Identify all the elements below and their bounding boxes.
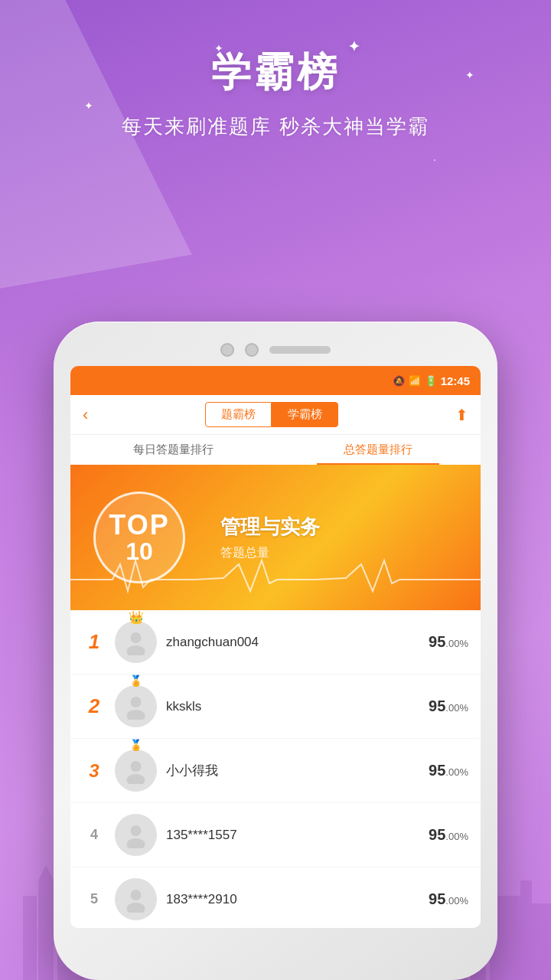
svg-marker-9: [38, 865, 54, 880]
score-value-1: 95: [429, 633, 445, 650]
score-value-2: 95: [429, 697, 445, 714]
top-circle: TOP 10: [93, 492, 185, 583]
header-area: ✦ ✦ · ✦ 学霸榜 每天来刷准题库 秒杀大神当学霸: [0, 0, 551, 140]
banner-info: 管理与实务 答题总量: [208, 501, 481, 573]
svg-point-16: [131, 825, 142, 836]
page-title: 学霸榜: [211, 46, 340, 100]
score-value-4: 95: [429, 826, 445, 843]
svg-point-12: [131, 697, 142, 707]
star-decoration-3: ·: [433, 153, 436, 165]
status-time: 12:45: [441, 374, 470, 387]
svg-point-14: [131, 761, 142, 772]
leaderboard: 1 👑 zhangchuan004 95.00% 2: [70, 610, 481, 928]
rank-name-5: 183****2910: [166, 892, 429, 907]
score-decimal-1: .00: [445, 638, 459, 649]
top-label: TOP: [109, 511, 169, 539]
page-subtitle: 每天来刷准题库 秒杀大神当学霸: [0, 113, 551, 140]
rank-name-3: 小小得我: [166, 762, 429, 779]
rank-badge-3: 🏅: [115, 750, 157, 792]
rank-item-3: 3 🏅 小小得我 95.00%: [70, 739, 481, 803]
svg-point-11: [127, 645, 145, 655]
rank-number-3: 3: [83, 760, 106, 782]
score-value-5: 95: [429, 890, 445, 907]
rank-number-4: 4: [83, 827, 106, 843]
rank-name-2: kkskls: [166, 699, 429, 714]
rank-number-2: 2: [83, 694, 106, 718]
rank-score-3: 95.00%: [429, 762, 468, 779]
rank-score-2: 95.00%: [429, 697, 468, 715]
svg-point-10: [131, 632, 142, 643]
rank-item-1: 1 👑 zhangchuan004 95.00%: [70, 610, 481, 675]
avatar-3: [115, 750, 157, 792]
avatar-1: [115, 621, 157, 663]
crown-icon-1: 👑: [129, 610, 144, 625]
banner-top10-area: TOP 10: [70, 465, 208, 610]
svg-rect-7: [23, 896, 37, 980]
rank-score-1: 95.00%: [429, 633, 468, 651]
svg-rect-5: [38, 880, 54, 980]
phone-screen: 🔕 📶 🔋 12:45 ‹ 题霸榜 学霸榜 ⬆ 每日答题量排行 总答题量排行: [70, 366, 481, 928]
score-pct-2: %: [459, 702, 468, 714]
rank-score-5: 95.00%: [429, 890, 468, 908]
score-pct-3: %: [459, 766, 468, 778]
svg-rect-4: [532, 903, 551, 980]
svg-point-17: [127, 838, 145, 848]
rank-number-1: 1: [83, 630, 106, 654]
rank-badge-5: [115, 878, 157, 920]
phone-outer: 🔕 📶 🔋 12:45 ‹ 题霸榜 学霸榜 ⬆ 每日答题量排行 总答题量排行: [54, 322, 497, 980]
avatar-2: [115, 685, 157, 727]
rank-name-1: zhangchuan004: [166, 635, 429, 650]
status-icons: 🔕 📶 🔋 12:45: [393, 374, 470, 387]
nav-tabs: 题霸榜 学霸榜: [205, 402, 338, 427]
star-decoration-4: ✦: [465, 69, 474, 81]
rank-number-5: 5: [83, 891, 106, 907]
sub-tab-daily[interactable]: 每日答题量排行: [70, 435, 276, 465]
svg-point-19: [127, 903, 145, 913]
rank-badge-2: 🏅: [115, 685, 157, 727]
rank-badge-1: 👑: [115, 621, 157, 663]
phone-camera: [220, 343, 234, 357]
svg-point-18: [131, 890, 142, 900]
svg-point-15: [127, 774, 145, 784]
avatar-4: [115, 814, 157, 856]
rank-item-4: 4 135****1557 95.00%: [70, 803, 481, 867]
banner-desc: 答题总量: [220, 545, 468, 561]
rank-item-2: 2 🏅 kkskls 95.00%: [70, 675, 481, 739]
score-decimal-3: .00: [445, 766, 459, 778]
score-pct-4: %: [459, 831, 468, 842]
phone-speaker: [269, 346, 331, 354]
score-value-3: 95: [429, 762, 445, 779]
score-pct-1: %: [459, 638, 468, 649]
status-bar: 🔕 📶 🔋 12:45: [70, 366, 481, 395]
banner: TOP 10 管理与实务 答题总量: [70, 465, 481, 610]
phone-notch: [70, 343, 481, 357]
rank-item-5: 5 183****2910 95.00%: [70, 867, 481, 928]
banner-category: 管理与实务: [220, 514, 468, 541]
tab-xuebabang[interactable]: 学霸榜: [272, 402, 338, 427]
sub-tab-total[interactable]: 总答题量排行: [276, 435, 481, 465]
crown-icon-2: 🏅: [129, 675, 142, 687]
share-button[interactable]: ⬆: [455, 406, 468, 424]
score-pct-5: %: [459, 895, 468, 906]
score-decimal-5: .00: [445, 895, 459, 906]
rank-score-4: 95.00%: [429, 826, 468, 844]
back-button[interactable]: ‹: [83, 405, 88, 425]
svg-point-13: [127, 710, 145, 720]
phone-camera-2: [245, 343, 259, 357]
svg-rect-3: [520, 880, 532, 980]
tab-tibaobang[interactable]: 题霸榜: [205, 402, 272, 427]
score-decimal-4: .00: [445, 831, 459, 842]
top-number: 10: [126, 539, 153, 564]
mute-icon: 🔕: [393, 375, 405, 387]
avatar-5: [115, 878, 157, 920]
score-decimal-2: .00: [445, 702, 459, 714]
crown-icon-3: 🏅: [129, 739, 142, 751]
battery-icon: 🔋: [425, 375, 437, 387]
rank-badge-4: [115, 814, 157, 856]
phone-mockup: 🔕 📶 🔋 12:45 ‹ 题霸榜 学霸榜 ⬆ 每日答题量排行 总答题量排行: [54, 322, 497, 980]
star-decoration-2: ✦: [84, 100, 93, 112]
nav-bar: ‹ 题霸榜 学霸榜 ⬆: [70, 395, 481, 435]
signal-icon: 📶: [409, 375, 421, 387]
sub-tabs: 每日答题量排行 总答题量排行: [70, 435, 481, 465]
rank-name-4: 135****1557: [166, 828, 429, 843]
